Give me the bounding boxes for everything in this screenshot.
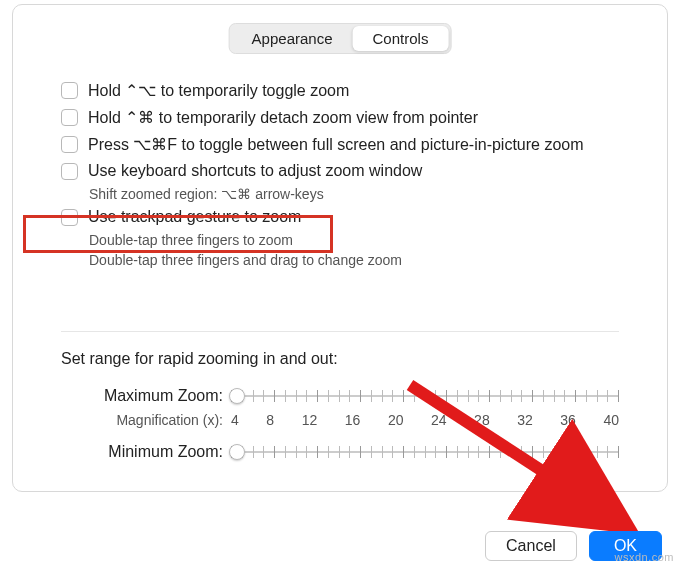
magnification-row: Magnification (x): 481216202428323640	[61, 412, 619, 428]
checkbox-hold-toggle[interactable]	[61, 82, 78, 99]
option-keyboard-shortcuts: Use keyboard shortcuts to adjust zoom wi…	[61, 162, 637, 180]
magnification-value: 20	[388, 412, 404, 428]
range-title: Set range for rapid zooming in and out:	[61, 350, 619, 368]
magnification-value: 40	[603, 412, 619, 428]
magnification-value: 36	[560, 412, 576, 428]
maximum-zoom-label: Maximum Zoom:	[61, 387, 231, 405]
range-group: Set range for rapid zooming in and out: …	[61, 313, 619, 468]
maximum-zoom-slider[interactable]	[231, 386, 619, 406]
magnification-value: 32	[517, 412, 533, 428]
checkbox-trackpad-gesture[interactable]	[61, 209, 78, 226]
options-group: Hold ⌃⌥ to temporarily toggle zoom Hold …	[61, 81, 637, 274]
label-hold-toggle: Hold ⌃⌥ to temporarily toggle zoom	[88, 81, 349, 100]
option-press-toggle: Press ⌥⌘F to toggle between full screen …	[61, 135, 637, 154]
divider	[61, 331, 619, 332]
option-hold-toggle-zoom: Hold ⌃⌥ to temporarily toggle zoom	[61, 81, 637, 100]
shift-region-hint: Shift zoomed region: ⌥⌘ arrow-keys	[89, 186, 637, 202]
magnification-value: 12	[302, 412, 318, 428]
label-keyboard-shortcuts: Use keyboard shortcuts to adjust zoom wi…	[88, 162, 422, 180]
trackpad-hint-2: Double-tap three fingers and drag to cha…	[89, 252, 637, 268]
label-trackpad-gesture: Use trackpad gesture to zoom	[88, 208, 301, 226]
magnification-value: 24	[431, 412, 447, 428]
maximum-zoom-row: Maximum Zoom:	[61, 386, 619, 406]
magnification-value: 8	[266, 412, 274, 428]
trackpad-hint-1: Double-tap three fingers to zoom	[89, 232, 637, 248]
minimum-zoom-slider[interactable]	[231, 442, 619, 462]
segmented-tabs: Appearance Controls	[229, 23, 452, 54]
magnification-values: 481216202428323640	[231, 412, 619, 428]
minimum-zoom-label: Minimum Zoom:	[61, 443, 231, 461]
checkbox-press-toggle[interactable]	[61, 136, 78, 153]
zoom-options-sheet: Appearance Controls Hold ⌃⌥ to temporari…	[12, 4, 668, 492]
checkbox-keyboard-shortcuts[interactable]	[61, 163, 78, 180]
magnification-label: Magnification (x):	[61, 412, 231, 428]
magnification-value: 28	[474, 412, 490, 428]
option-trackpad-gesture: Use trackpad gesture to zoom	[61, 208, 637, 226]
tab-appearance[interactable]: Appearance	[232, 26, 353, 51]
tab-controls[interactable]: Controls	[353, 26, 449, 51]
checkbox-hold-detach[interactable]	[61, 109, 78, 126]
cancel-button[interactable]: Cancel	[485, 531, 577, 561]
magnification-value: 4	[231, 412, 239, 428]
minimum-zoom-row: Minimum Zoom:	[61, 442, 619, 462]
label-hold-detach: Hold ⌃⌘ to temporarily detach zoom view …	[88, 108, 478, 127]
watermark: wsxdn.com	[614, 551, 674, 563]
option-hold-detach: Hold ⌃⌘ to temporarily detach zoom view …	[61, 108, 637, 127]
label-press-toggle: Press ⌥⌘F to toggle between full screen …	[88, 135, 584, 154]
magnification-value: 16	[345, 412, 361, 428]
